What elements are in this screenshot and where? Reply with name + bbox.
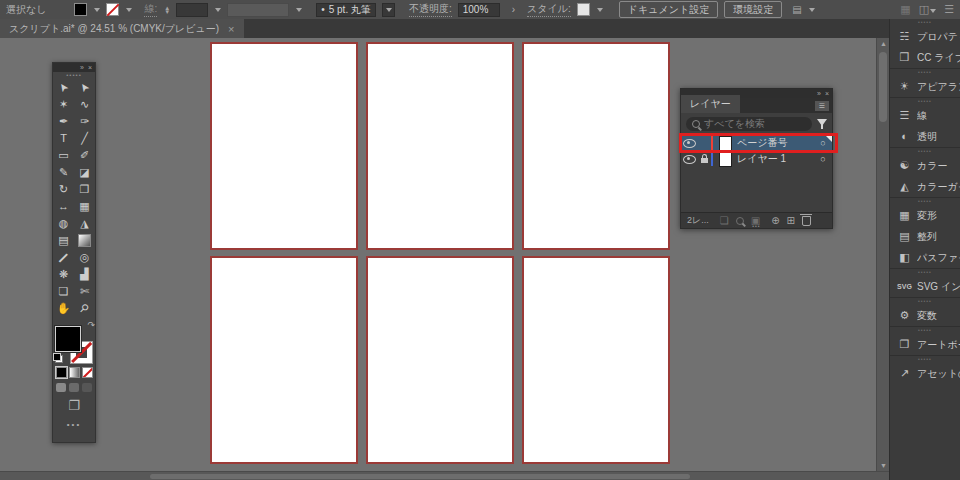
width-profile-combo[interactable] <box>227 3 289 17</box>
rectangle-tool[interactable]: ▭ <box>53 147 74 164</box>
fill-indicator-black[interactable] <box>55 326 81 352</box>
width-tool[interactable]: ↔ <box>53 198 74 215</box>
dock-item-variables[interactable]: ⚙変数 <box>890 305 960 326</box>
pencil-tool[interactable]: ✎ <box>53 164 74 181</box>
paintbrush-tool[interactable]: ✐ <box>74 147 95 164</box>
stroke-caret-icon[interactable] <box>126 8 132 12</box>
rotate-tool[interactable]: ↻ <box>53 181 74 198</box>
color-button[interactable] <box>56 367 67 378</box>
eraser-tool[interactable]: ◪ <box>74 164 95 181</box>
document-tab[interactable]: スクリプト.ai* @ 24.51 % (CMYK/プレビュー) × <box>0 19 244 38</box>
opacity-value-combo[interactable]: 100% <box>458 3 500 17</box>
style-label[interactable]: スタイル: <box>527 2 571 17</box>
close-panel-icon[interactable]: × <box>88 64 92 71</box>
perspective-grid-tool[interactable]: ◮ <box>74 215 95 232</box>
preferences-button[interactable]: 環境設定 <box>724 1 782 18</box>
screen-mode-icon[interactable]: ❐ <box>53 398 95 413</box>
fill-color-swatch[interactable] <box>74 3 87 16</box>
artboard-3[interactable] <box>522 42 670 250</box>
group-drag-handle[interactable]: ••••• <box>890 268 960 276</box>
curvature-tool[interactable]: ✑ <box>74 113 95 130</box>
document-setup-button[interactable]: ドキュメント設定 <box>619 1 718 18</box>
group-drag-handle[interactable]: ••••• <box>890 197 960 205</box>
selection-tool[interactable]: ➤ <box>53 79 74 96</box>
pen-tool[interactable]: ✒ <box>53 113 74 130</box>
dock-item-pathfinder[interactable]: ◧パスファイン... <box>890 247 960 268</box>
zoom-tool[interactable]: ⚲ <box>74 300 95 317</box>
default-fill-stroke-icon[interactable] <box>53 353 63 363</box>
panel-options-caret-icon[interactable] <box>809 8 815 12</box>
direct-selection-tool[interactable]: ➤ <box>74 79 95 96</box>
group-drag-handle[interactable]: ••••• <box>890 297 960 305</box>
visibility-toggle[interactable] <box>681 155 698 164</box>
tab-layers[interactable]: レイヤー <box>681 95 740 113</box>
type-tool[interactable]: T <box>53 130 74 147</box>
brush-caret-button[interactable] <box>382 3 395 17</box>
layer-name[interactable]: レイヤー 1 <box>737 152 814 166</box>
edit-toolbar-ellipsis[interactable]: ••• <box>53 420 95 429</box>
dock-item-appearance[interactable]: ☀アピアランス <box>890 76 960 97</box>
dock-item-svg-interactivity[interactable]: SVGSVG インタ... <box>890 276 960 297</box>
layer-thumbnail[interactable] <box>719 136 732 151</box>
fill-caret-icon[interactable] <box>94 8 100 12</box>
dock-item-align[interactable]: ▤整列 <box>890 226 960 247</box>
collapse-panel-icon[interactable]: » <box>817 90 821 97</box>
dock-item-stroke[interactable]: ☰線 <box>890 105 960 126</box>
layer-name[interactable]: ページ番号 <box>737 136 814 150</box>
target-circle-icon[interactable]: ○ <box>814 154 832 164</box>
line-segment-tool[interactable]: ╱ <box>74 130 95 147</box>
gradient-button[interactable] <box>69 367 80 378</box>
panel-drag-handle[interactable]: ••••• <box>53 72 95 79</box>
group-drag-handle[interactable]: ••••• <box>890 355 960 363</box>
slice-tool[interactable]: ✄ <box>74 283 95 300</box>
vertical-scrollbar[interactable]: ▲ ▼ <box>876 38 889 471</box>
dock-item-cc-libraries[interactable]: ❒CC ライブラリ <box>890 47 960 68</box>
dock-item-asset-export[interactable]: ↗アセットの... <box>890 363 960 384</box>
symbol-sprayer-tool[interactable]: ❋ <box>53 266 74 283</box>
visibility-toggle[interactable] <box>681 139 698 148</box>
stroke-color-swatch[interactable] <box>106 3 119 16</box>
brush-combo[interactable]: • 5 pt. 丸筆 <box>316 3 376 17</box>
draw-normal-icon[interactable] <box>56 383 66 392</box>
dock-item-transparency[interactable]: ◐透明 <box>890 126 960 147</box>
group-drag-handle[interactable]: ••••• <box>890 147 960 155</box>
eyedropper-tool[interactable]: ❙ <box>53 249 74 266</box>
style-caret-icon[interactable] <box>597 8 603 12</box>
search-input[interactable]: すべてを検索 <box>686 117 812 131</box>
draw-inside-icon[interactable] <box>82 383 92 392</box>
magic-wand-tool[interactable]: ✶ <box>53 96 74 113</box>
canvas[interactable]: » × ••••• ➤➤✶∿✒✑T╱▭✐✎◪↻❐↔▦◍◮▤❙◎❋▟❏✄✋⚲ ↷ <box>0 38 876 471</box>
layer-row-layer-1[interactable]: レイヤー 1 ○ <box>681 151 832 167</box>
lock-toggle[interactable] <box>698 155 711 163</box>
lasso-tool[interactable]: ∿ <box>74 96 95 113</box>
dock-item-properties[interactable]: ☵プロパティ <box>890 26 960 47</box>
artboard-tool[interactable]: ❏ <box>53 283 74 300</box>
draw-behind-icon[interactable] <box>69 383 79 392</box>
artboard-2[interactable] <box>366 42 514 250</box>
horizontal-scroll-thumb[interactable] <box>150 474 690 479</box>
artboard-1[interactable] <box>210 42 358 250</box>
group-drag-handle[interactable]: ••••• <box>890 326 960 334</box>
layer-row-page-number[interactable]: ページ番号 ○ <box>681 135 832 151</box>
stroke-weight-caret-icon[interactable] <box>215 8 221 12</box>
scale-tool[interactable]: ❐ <box>74 181 95 198</box>
blend-tool[interactable]: ◎ <box>74 249 95 266</box>
column-graph-tool[interactable]: ▟ <box>74 266 95 283</box>
dock-item-color-guide[interactable]: ◭カラーガイド <box>890 176 960 197</box>
dock-item-color[interactable]: ☯カラー <box>890 155 960 176</box>
gradient-tool[interactable] <box>74 232 95 249</box>
opacity-label[interactable]: 不透明度: <box>409 2 452 17</box>
dock-item-transform[interactable]: ▦変形 <box>890 205 960 226</box>
artboard-5[interactable] <box>366 256 514 464</box>
style-swatch[interactable] <box>577 3 590 16</box>
layer-thumbnail[interactable] <box>719 152 732 167</box>
dock-item-artboards[interactable]: ❐アートボード <box>890 334 960 355</box>
width-profile-caret-icon[interactable] <box>296 8 302 12</box>
stroke-weight-label[interactable]: 線: <box>144 2 157 17</box>
artboard-6[interactable] <box>522 256 670 464</box>
none-button[interactable] <box>82 367 93 378</box>
close-panel-icon[interactable]: × <box>825 90 829 97</box>
group-drag-handle[interactable]: ••••• <box>890 97 960 105</box>
swap-fill-stroke-icon[interactable]: ↷ <box>87 320 95 330</box>
horizontal-scrollbar[interactable] <box>0 471 889 480</box>
